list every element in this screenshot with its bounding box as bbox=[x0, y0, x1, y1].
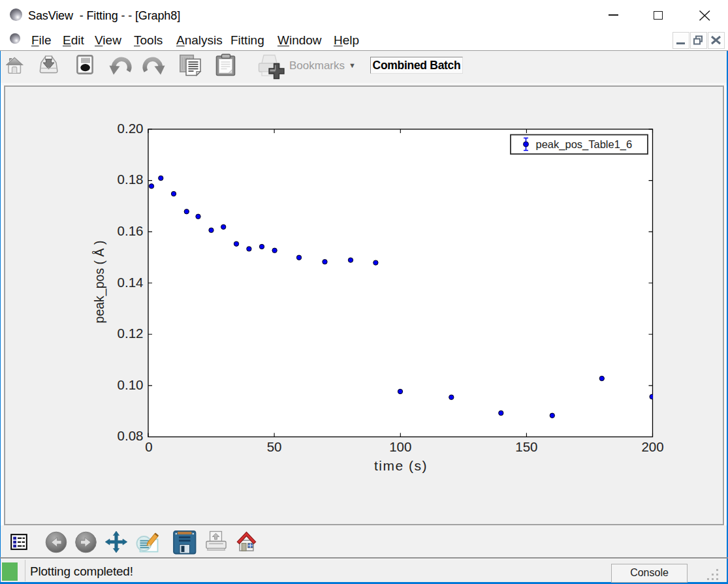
svg-text:peak_pos_Table1_6: peak_pos_Table1_6 bbox=[536, 138, 633, 151]
svg-text:150: 150 bbox=[515, 439, 537, 454]
svg-text:200: 200 bbox=[641, 439, 663, 454]
svg-text:peak_pos ( Å ): peak_pos ( Å ) bbox=[92, 241, 107, 324]
svg-text:100: 100 bbox=[389, 439, 411, 454]
svg-text:50: 50 bbox=[267, 439, 282, 454]
svg-text:0.18: 0.18 bbox=[118, 172, 144, 187]
svg-text:0.14: 0.14 bbox=[118, 275, 144, 290]
svg-text:0.12: 0.12 bbox=[118, 326, 144, 341]
svg-text:0: 0 bbox=[145, 439, 152, 454]
svg-text:0.16: 0.16 bbox=[118, 223, 144, 238]
svg-text:0.20: 0.20 bbox=[118, 121, 144, 136]
svg-text:0.10: 0.10 bbox=[118, 377, 144, 392]
svg-text:time (s): time (s) bbox=[374, 458, 428, 473]
svg-text:0.08: 0.08 bbox=[118, 428, 144, 443]
